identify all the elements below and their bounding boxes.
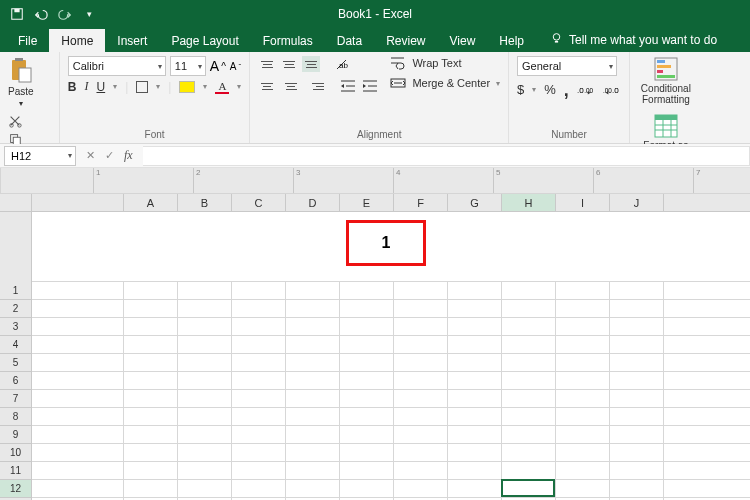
cell[interactable] <box>340 462 394 479</box>
cell[interactable] <box>178 390 232 407</box>
cell[interactable] <box>448 408 502 425</box>
cell[interactable] <box>232 318 286 335</box>
cell[interactable] <box>124 372 178 389</box>
row-header-8[interactable]: 8 <box>0 408 31 426</box>
redo-icon[interactable] <box>58 7 72 21</box>
cell[interactable] <box>124 300 178 317</box>
cell[interactable] <box>340 444 394 461</box>
accounting-format-icon[interactable]: $ <box>517 82 524 97</box>
italic-button[interactable]: I <box>84 79 88 94</box>
cell[interactable] <box>502 318 556 335</box>
row-header-10[interactable]: 10 <box>0 444 31 462</box>
cell[interactable] <box>178 318 232 335</box>
row-header-3[interactable]: 3 <box>0 318 31 336</box>
cell[interactable] <box>394 462 448 479</box>
cell[interactable] <box>394 426 448 443</box>
cell[interactable] <box>556 480 610 497</box>
column-header-H[interactable]: H <box>502 194 556 211</box>
row-header-6[interactable]: 6 <box>0 372 31 390</box>
row-header-1[interactable]: 1 <box>0 282 31 300</box>
tab-home[interactable]: Home <box>49 29 105 52</box>
cell[interactable] <box>448 336 502 353</box>
cell[interactable] <box>448 300 502 317</box>
cell[interactable] <box>178 282 232 299</box>
cell[interactable] <box>340 282 394 299</box>
column-header-F[interactable]: F <box>394 194 448 211</box>
cell[interactable] <box>286 318 340 335</box>
cell[interactable] <box>232 300 286 317</box>
percent-format-icon[interactable]: % <box>544 82 556 97</box>
cell[interactable] <box>610 480 664 497</box>
paste-button[interactable]: Paste ▾ <box>8 56 34 108</box>
cell[interactable] <box>394 408 448 425</box>
tab-help[interactable]: Help <box>487 29 536 52</box>
tab-review[interactable]: Review <box>374 29 437 52</box>
cell[interactable] <box>394 480 448 497</box>
wrap-text-button[interactable]: Wrap Text <box>390 56 500 70</box>
cell[interactable] <box>232 372 286 389</box>
tab-view[interactable]: View <box>438 29 488 52</box>
increase-indent-icon[interactable] <box>362 79 378 93</box>
cell[interactable] <box>286 480 340 497</box>
cell[interactable] <box>178 426 232 443</box>
cell[interactable] <box>556 426 610 443</box>
cell[interactable] <box>610 300 664 317</box>
customize-qat-icon[interactable]: ▾ <box>82 7 96 21</box>
tell-me-search[interactable]: Tell me what you want to do <box>536 32 725 52</box>
cell[interactable] <box>178 462 232 479</box>
cell[interactable] <box>178 408 232 425</box>
cell[interactable] <box>448 390 502 407</box>
cell[interactable] <box>502 354 556 371</box>
column-header-G[interactable]: G <box>448 194 502 211</box>
align-right-icon[interactable] <box>306 78 324 94</box>
align-middle-icon[interactable] <box>280 56 298 72</box>
cell[interactable] <box>448 372 502 389</box>
comma-format-icon[interactable]: , <box>564 85 569 95</box>
underline-button[interactable]: U <box>96 80 105 94</box>
cell[interactable] <box>340 318 394 335</box>
cell[interactable] <box>394 444 448 461</box>
cell[interactable] <box>286 408 340 425</box>
cell[interactable] <box>232 336 286 353</box>
column-header-E[interactable]: E <box>340 194 394 211</box>
cell[interactable] <box>340 300 394 317</box>
cell[interactable] <box>502 282 556 299</box>
decrease-font-icon[interactable]: Aˇ <box>230 61 241 72</box>
enter-formula-icon[interactable]: ✓ <box>105 149 114 162</box>
undo-icon[interactable] <box>34 7 48 21</box>
bold-button[interactable]: B <box>68 80 77 94</box>
cell[interactable] <box>394 282 448 299</box>
cell[interactable] <box>610 462 664 479</box>
cell[interactable] <box>502 480 556 497</box>
cell[interactable] <box>502 390 556 407</box>
merge-center-button[interactable]: Merge & Center ▾ <box>390 76 500 90</box>
cell[interactable] <box>124 282 178 299</box>
cell[interactable] <box>394 336 448 353</box>
orientation-icon[interactable]: ab <box>334 56 350 72</box>
cell[interactable] <box>394 300 448 317</box>
tab-insert[interactable]: Insert <box>105 29 159 52</box>
cell[interactable] <box>232 444 286 461</box>
tab-page-layout[interactable]: Page Layout <box>159 29 250 52</box>
cell[interactable] <box>286 354 340 371</box>
column-header-B[interactable]: B <box>178 194 232 211</box>
column-header-C[interactable]: C <box>232 194 286 211</box>
cell[interactable] <box>610 372 664 389</box>
cell[interactable] <box>556 462 610 479</box>
cell[interactable] <box>556 318 610 335</box>
cell[interactable] <box>232 462 286 479</box>
cell[interactable] <box>340 426 394 443</box>
cell[interactable] <box>232 354 286 371</box>
align-center-icon[interactable] <box>282 78 300 94</box>
cell[interactable] <box>448 480 502 497</box>
cell[interactable] <box>340 480 394 497</box>
cell[interactable] <box>556 444 610 461</box>
cell[interactable] <box>610 318 664 335</box>
cell[interactable] <box>610 426 664 443</box>
row-header-4[interactable]: 4 <box>0 336 31 354</box>
cell[interactable] <box>502 300 556 317</box>
cell[interactable] <box>502 336 556 353</box>
cell[interactable] <box>232 282 286 299</box>
cancel-formula-icon[interactable]: ✕ <box>86 149 95 162</box>
cell[interactable] <box>556 408 610 425</box>
